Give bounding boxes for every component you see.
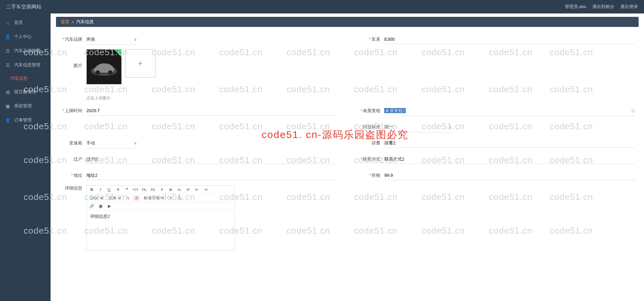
label-contact: *联系方式 (357, 156, 380, 162)
align-button[interactable]: ≡ (168, 196, 174, 200)
fontsize-select[interactable]: 14px (89, 195, 105, 201)
contact-input[interactable] (384, 155, 635, 164)
editor-toolbar: B I U S ❝ </> H₁ H₂ ≡ ≣ x₂ x² ⇤ ⇥ (87, 186, 234, 194)
subscript-button[interactable]: x₂ (176, 187, 182, 192)
app-title: 二手车交易网站 (6, 4, 41, 10)
strike-button[interactable]: S (115, 187, 121, 192)
breadcrumb-current: 汽车信息 (76, 19, 94, 25)
quote-button[interactable]: ❝ (124, 187, 130, 192)
label-regtime: *上牌时间 (59, 108, 82, 114)
address-input[interactable] (86, 171, 337, 180)
user-icon: 👤 (5, 118, 11, 123)
sidebar-item-label: 汽车品牌管理 (14, 48, 40, 54)
rich-text-editor: B I U S ❝ </> H₁ H₂ ≡ ≣ x₂ x² ⇤ ⇥ (86, 185, 235, 251)
italic-button[interactable]: I (97, 187, 104, 192)
label-address: *地址 (59, 172, 82, 178)
note-icon: ▤ (5, 90, 11, 95)
chevron-down-icon: ˇ (45, 49, 46, 53)
underline-button[interactable]: U (106, 187, 112, 192)
sidebar-item-message-mgmt[interactable]: ▤ 留言板管理 ˇ (0, 85, 51, 99)
sidebar-item-brand-mgmt[interactable]: ☰ 汽车品牌管理 ˇ (0, 44, 51, 58)
label-emission: 排放标准 (357, 124, 380, 130)
chevron-down-icon: ∨ (449, 125, 452, 129)
chevron-down-icon: ∨ (134, 141, 137, 145)
displacement-input[interactable] (384, 138, 635, 148)
sidebar-item-system-mgmt[interactable]: ▦ 系统管理 ˇ (0, 99, 51, 113)
bold-button[interactable]: B (89, 187, 95, 192)
link-button[interactable]: 🔗 (89, 204, 95, 208)
label-detail: 详细信息 (59, 185, 82, 191)
unordered-list-button[interactable]: ≣ (168, 187, 174, 192)
sidebar-item-car-info-mgmt[interactable]: ☰ 汽车信息管理 ˆ (0, 58, 51, 72)
sidebar-item-label: 订单管理 (14, 117, 32, 123)
list-icon: ☰ (5, 63, 11, 68)
video-button[interactable]: ▶ (106, 204, 112, 208)
label-price: *价格 (357, 172, 380, 178)
chevron-down-icon: ˇ (45, 118, 46, 122)
label-series: *车系 (357, 36, 380, 42)
sidebar-subitem-car-info[interactable]: 汽车信息 (0, 72, 51, 85)
breadcrumb-sep: > (71, 20, 74, 25)
h2-button[interactable]: H₂ (150, 187, 156, 192)
sidebar-item-label: 首页 (14, 20, 23, 26)
breadcrumb: 首页 > 汽车信息 (56, 17, 639, 27)
sidebar: ⌂ 首页 👤 个人中心 ˇ ☰ 汽车品牌管理 ˇ ☰ 汽车信息管理 ˆ 汽车信息… (0, 13, 51, 301)
chevron-up-icon: ˆ (45, 63, 46, 67)
label-gearbox: 变速箱 (59, 140, 82, 146)
h1-button[interactable]: H₁ (141, 187, 147, 192)
label-displacement: 排量 (357, 140, 380, 146)
user-label[interactable]: 管理员 abo (565, 4, 586, 10)
chevron-down-icon: ˇ (45, 90, 46, 94)
superscript-button[interactable]: x² (185, 187, 191, 192)
svg-point-2 (96, 70, 100, 74)
editor-content[interactable]: 详细信息2 (87, 210, 234, 250)
label-transfer: 过户 (59, 156, 82, 162)
success-corner-icon (114, 49, 121, 57)
sidebar-item-home[interactable]: ⌂ 首页 (0, 15, 51, 30)
code-button[interactable]: </> (133, 187, 139, 192)
car-info-form: *汽车品牌 奔驰 ∨ *车系 图片 (56, 33, 639, 251)
add-image-button[interactable]: + (125, 49, 155, 78)
sidebar-item-profile[interactable]: 👤 个人中心 ˇ (0, 30, 51, 44)
indent-left-button[interactable]: ⇤ (194, 187, 200, 192)
mileage-input[interactable]: 表显里程2 (384, 106, 635, 116)
clear-format-button[interactable]: Tₓ (177, 196, 183, 200)
image-button[interactable]: ▣ (97, 204, 104, 208)
transfer-input[interactable] (86, 155, 337, 164)
ordered-list-button[interactable]: ≡ (159, 187, 165, 192)
label-image: 图片 (59, 63, 82, 69)
topbar-right: 管理员 abo 退出到前台 退出登录 (565, 4, 638, 10)
fonttype-select[interactable]: 文本 (107, 195, 122, 201)
sidebar-item-order-mgmt[interactable]: 👤 订单管理 ˇ (0, 113, 51, 127)
series-input[interactable] (384, 35, 635, 44)
main-content: 首页 > 汽车信息 *汽车品牌 奔驰 ∨ *车系 图片 (51, 13, 644, 301)
font-color-button[interactable]: A (125, 195, 131, 201)
grid-icon: ▦ (5, 104, 11, 109)
price-input[interactable] (384, 171, 635, 180)
list-icon: ☰ (5, 48, 11, 54)
gearbox-select[interactable]: 手动 ∨ (86, 138, 137, 148)
brand-select[interactable]: 奔驰 ∨ (86, 34, 137, 45)
sidebar-item-label: 系统管理 (14, 103, 32, 109)
plus-icon: + (138, 59, 143, 68)
uploaded-image[interactable] (86, 49, 122, 85)
label-mileage: *表显里程 (357, 108, 380, 114)
label-brand: *汽车品牌 (59, 36, 82, 42)
breadcrumb-home-link[interactable]: 首页 (61, 19, 69, 25)
sidebar-item-label: 个人中心 (14, 34, 32, 40)
upload-hint: 点击上传图片 (86, 95, 155, 101)
bg-color-button[interactable]: A (134, 195, 140, 201)
editor-toolbar-2: 14px 文本 A A 标准字体 ≡ Tₓ (87, 194, 234, 202)
sidebar-item-label: 汽车信息 (10, 76, 28, 81)
sidebar-item-label: 留言板管理 (14, 89, 36, 95)
regtime-input[interactable] (86, 106, 337, 115)
svg-point-3 (108, 70, 112, 74)
fontfamily-select[interactable]: 标准字体 (142, 195, 165, 201)
logout-button[interactable]: 退出登录 (620, 4, 638, 10)
emission-select[interactable]: 国一 ∨ (384, 122, 452, 132)
clear-icon[interactable]: ⊘ (631, 108, 635, 113)
back-to-front-button[interactable]: 退出到前台 (592, 4, 614, 10)
chevron-down-icon: ˇ (45, 104, 46, 108)
indent-right-button[interactable]: ⇥ (203, 187, 209, 192)
user-icon: 👤 (5, 34, 11, 39)
